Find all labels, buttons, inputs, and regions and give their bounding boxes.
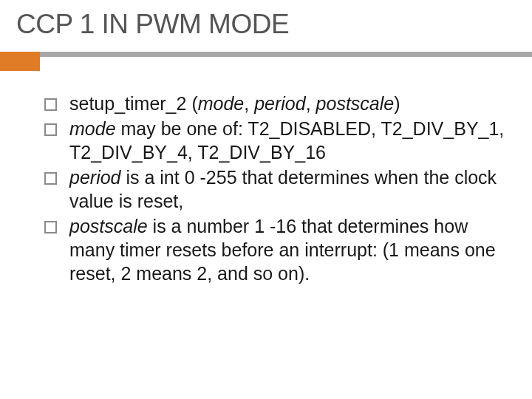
rule-orange-accent xyxy=(0,52,40,71)
list-item: mode may be one of: T2_DISABLED, T2_DIV_… xyxy=(44,117,505,164)
text: ) xyxy=(394,93,400,114)
rule-gray xyxy=(0,52,532,57)
text: , xyxy=(306,93,316,114)
param-postscale: postscale xyxy=(316,93,395,114)
param-period: period xyxy=(254,93,306,114)
param-period: period xyxy=(69,167,121,188)
list-item: setup_timer_2 (mode, period, postscale) xyxy=(44,92,505,115)
list-item: postscale is a number 1 -16 that determi… xyxy=(44,214,505,285)
function-name: setup_timer_2 xyxy=(69,93,186,114)
text: may be one of: T2_DISABLED, T2_DIV_BY_1,… xyxy=(69,118,504,163)
list-item: period is a int 0 -255 that determines w… xyxy=(44,166,505,213)
slide-body: setup_timer_2 (mode, period, postscale) … xyxy=(0,62,532,285)
param-postscale: postscale xyxy=(69,216,148,236)
slide-title: CCP 1 IN PWM MODE xyxy=(0,0,532,47)
text: , xyxy=(244,93,254,114)
bullet-list: setup_timer_2 (mode, period, postscale) … xyxy=(44,92,505,285)
slide: CCP 1 IN PWM MODE setup_timer_2 (mode, p… xyxy=(0,0,532,399)
param-mode: mode xyxy=(198,93,245,114)
title-rule xyxy=(0,52,532,62)
text: ( xyxy=(186,93,197,114)
text: is a int 0 -255 that determines when the… xyxy=(69,167,497,211)
param-mode: mode xyxy=(69,118,116,139)
